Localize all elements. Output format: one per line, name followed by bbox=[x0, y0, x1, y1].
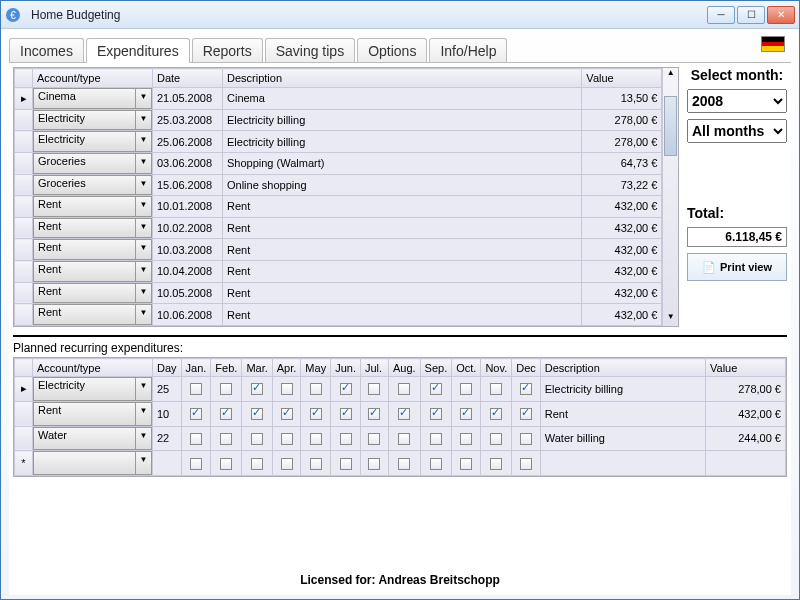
month-checkbox[interactable] bbox=[331, 426, 361, 451]
month-checkbox[interactable] bbox=[272, 377, 301, 402]
chevron-down-icon[interactable]: ▼ bbox=[136, 196, 152, 217]
account-cell[interactable]: Electricity▼ bbox=[33, 131, 153, 153]
chevron-down-icon[interactable]: ▼ bbox=[136, 175, 152, 196]
month-checkbox[interactable] bbox=[388, 377, 420, 402]
col-description[interactable]: Description bbox=[223, 69, 582, 88]
account-cell[interactable]: Groceries▼ bbox=[33, 174, 153, 196]
new-row[interactable]: *▼ bbox=[15, 451, 786, 476]
maximize-button[interactable]: ☐ bbox=[737, 6, 765, 24]
date-cell[interactable]: 10.05.2008 bbox=[153, 282, 223, 304]
month-header[interactable]: Nov. bbox=[481, 359, 512, 377]
month-checkbox[interactable] bbox=[452, 451, 481, 476]
month-checkbox[interactable] bbox=[242, 377, 272, 402]
month-header[interactable]: Dec bbox=[512, 359, 541, 377]
value-cell[interactable]: 64,73 € bbox=[582, 152, 662, 174]
chevron-down-icon[interactable]: ▼ bbox=[136, 377, 152, 401]
description-cell[interactable]: Electricity billing bbox=[223, 109, 582, 131]
account-cell[interactable]: Rent▼ bbox=[33, 401, 153, 426]
year-select[interactable]: 2008 bbox=[687, 89, 787, 113]
month-checkbox[interactable] bbox=[512, 426, 541, 451]
tab-info-help[interactable]: Info/Help bbox=[429, 38, 507, 63]
account-cell[interactable]: Rent▼ bbox=[33, 239, 153, 261]
table-row[interactable]: Groceries▼15.06.2008Online shopping73,22… bbox=[15, 174, 662, 196]
description-cell[interactable]: Rent bbox=[223, 261, 582, 283]
col-account[interactable]: Account/type bbox=[33, 69, 153, 88]
tab-options[interactable]: Options bbox=[357, 38, 427, 63]
tab-expenditures[interactable]: Expenditures bbox=[86, 38, 190, 63]
day-cell[interactable]: 10 bbox=[153, 401, 182, 426]
date-cell[interactable]: 10.04.2008 bbox=[153, 261, 223, 283]
month-checkbox[interactable] bbox=[512, 377, 541, 402]
month-checkbox[interactable] bbox=[211, 377, 242, 402]
month-checkbox[interactable] bbox=[181, 401, 211, 426]
grid-scrollbar[interactable]: ▲ ▼ bbox=[662, 68, 678, 326]
account-cell[interactable]: Electricity▼ bbox=[33, 377, 153, 402]
value-cell[interactable]: 432,00 € bbox=[582, 217, 662, 239]
scroll-thumb[interactable] bbox=[664, 96, 677, 156]
month-header[interactable]: Sep. bbox=[420, 359, 452, 377]
month-checkbox[interactable] bbox=[360, 451, 388, 476]
month-checkbox[interactable] bbox=[360, 426, 388, 451]
chevron-down-icon[interactable]: ▼ bbox=[136, 239, 152, 260]
value-cell[interactable]: 278,00 € bbox=[582, 131, 662, 153]
description-cell[interactable]: Rent bbox=[223, 196, 582, 218]
month-header[interactable]: Jul. bbox=[360, 359, 388, 377]
recurring-row[interactable]: Water▼22Water billing244,00 € bbox=[15, 426, 786, 451]
date-cell[interactable]: 10.02.2008 bbox=[153, 217, 223, 239]
value-cell[interactable]: 278,00 € bbox=[706, 377, 786, 402]
month-checkbox[interactable] bbox=[420, 426, 452, 451]
month-header[interactable]: Oct. bbox=[452, 359, 481, 377]
col-value[interactable]: Value bbox=[582, 69, 662, 88]
month-checkbox[interactable] bbox=[301, 451, 331, 476]
month-checkbox[interactable] bbox=[481, 426, 512, 451]
value-cell[interactable]: 432,00 € bbox=[582, 261, 662, 283]
chevron-down-icon[interactable]: ▼ bbox=[136, 427, 152, 451]
month-checkbox[interactable] bbox=[181, 451, 211, 476]
col-date[interactable]: Date bbox=[153, 69, 223, 88]
description-cell[interactable]: Electricity billing bbox=[540, 377, 705, 402]
month-header[interactable]: Apr. bbox=[272, 359, 301, 377]
description-cell[interactable]: Electricity billing bbox=[223, 131, 582, 153]
chevron-down-icon[interactable]: ▼ bbox=[136, 218, 152, 239]
month-checkbox[interactable] bbox=[242, 451, 272, 476]
month-checkbox[interactable] bbox=[242, 401, 272, 426]
date-cell[interactable]: 10.03.2008 bbox=[153, 239, 223, 261]
month-checkbox[interactable] bbox=[452, 377, 481, 402]
recurring-row[interactable]: Rent▼10Rent432,00 € bbox=[15, 401, 786, 426]
month-checkbox[interactable] bbox=[481, 401, 512, 426]
account-cell[interactable]: Rent▼ bbox=[33, 217, 153, 239]
chevron-down-icon[interactable]: ▼ bbox=[136, 304, 152, 325]
month-checkbox[interactable] bbox=[512, 451, 541, 476]
description-cell[interactable]: Rent bbox=[540, 401, 705, 426]
account-cell[interactable]: Water▼ bbox=[33, 426, 153, 451]
month-header[interactable]: May bbox=[301, 359, 331, 377]
table-row[interactable]: Rent▼10.04.2008Rent432,00 € bbox=[15, 261, 662, 283]
value-cell[interactable]: 13,50 € bbox=[582, 88, 662, 110]
description-cell[interactable]: Shopping (Walmart) bbox=[223, 152, 582, 174]
month-checkbox[interactable] bbox=[272, 426, 301, 451]
value-cell[interactable]: 432,00 € bbox=[582, 196, 662, 218]
account-cell[interactable]: Electricity▼ bbox=[33, 109, 153, 131]
month-checkbox[interactable] bbox=[272, 451, 301, 476]
month-checkbox[interactable] bbox=[512, 401, 541, 426]
scroll-up-icon[interactable]: ▲ bbox=[663, 68, 678, 82]
account-cell[interactable]: Rent▼ bbox=[33, 304, 153, 326]
account-cell[interactable]: Groceries▼ bbox=[33, 152, 153, 174]
account-cell[interactable]: Rent▼ bbox=[33, 282, 153, 304]
chevron-down-icon[interactable]: ▼ bbox=[136, 283, 152, 304]
month-checkbox[interactable] bbox=[420, 377, 452, 402]
month-header[interactable]: Feb. bbox=[211, 359, 242, 377]
value-cell[interactable]: 432,00 € bbox=[706, 401, 786, 426]
scroll-down-icon[interactable]: ▼ bbox=[663, 312, 678, 326]
value-cell[interactable]: 73,22 € bbox=[582, 174, 662, 196]
table-row[interactable]: Electricity▼25.03.2008Electricity billin… bbox=[15, 109, 662, 131]
date-cell[interactable]: 25.03.2008 bbox=[153, 109, 223, 131]
month-checkbox[interactable] bbox=[181, 426, 211, 451]
close-button[interactable]: ✕ bbox=[767, 6, 795, 24]
print-view-button[interactable]: 📄 Print view bbox=[687, 253, 787, 281]
month-header[interactable]: Aug. bbox=[388, 359, 420, 377]
description-cell[interactable]: Online shopping bbox=[223, 174, 582, 196]
account-cell[interactable]: ▼ bbox=[33, 451, 153, 476]
tab-saving-tips[interactable]: Saving tips bbox=[265, 38, 355, 63]
table-row[interactable]: ▸Cinema▼21.05.2008Cinema13,50 € bbox=[15, 88, 662, 110]
